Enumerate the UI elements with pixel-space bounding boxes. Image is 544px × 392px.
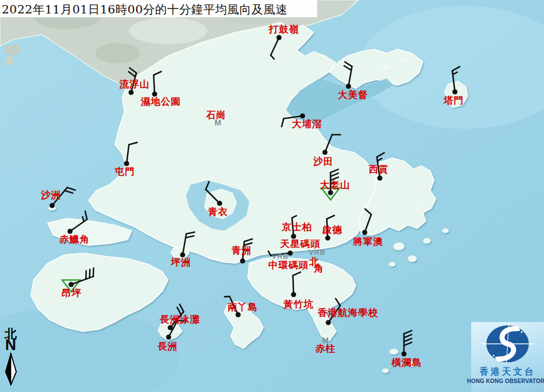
wind-barb-tick	[86, 270, 86, 279]
wind-barb-tick	[404, 342, 412, 346]
station-waglan-island	[401, 330, 412, 356]
station-tsing-yi	[206, 181, 222, 206]
wind-barb-tick	[282, 119, 284, 127]
wind-barb-tick	[129, 72, 136, 77]
station-dot	[346, 83, 351, 88]
station-label-shek-kong: 石崗	[206, 110, 226, 120]
station-dot	[362, 230, 367, 235]
wind-barb-tick	[453, 72, 457, 74]
station-label-tates-cairn: 大老山	[320, 180, 350, 190]
station-label-lamma-island: 南丫島	[227, 302, 258, 312]
station-tai-mei-tuk	[344, 62, 352, 89]
station-dot	[326, 320, 331, 325]
wind-barb-tick	[327, 216, 334, 219]
station-dot	[128, 90, 133, 95]
station-dot	[328, 190, 333, 195]
map-title: 2022年11月01日16時00分的十分鐘平均風向及風速	[0, 0, 317, 17]
wind-barb-tick	[129, 142, 137, 144]
wind-barb-tick	[404, 338, 412, 342]
wind-barb-tick	[180, 304, 184, 311]
station-label-kings-park: 京士柏	[282, 222, 312, 232]
station-peng-chau	[180, 232, 194, 257]
station-label-central-pier: 中環碼頭	[268, 260, 309, 270]
wind-barb-tick	[244, 239, 252, 241]
station-label-tseung-kwan-o: 將軍澳	[353, 237, 383, 247]
station-label-sha-tin: 沙田	[313, 157, 333, 167]
station-label-north-point: 角	[314, 262, 323, 275]
station-tap-mun	[452, 67, 459, 95]
station-label-hk-sea-school: 香港航海學校	[318, 308, 378, 318]
station-tuen-mun	[124, 142, 137, 166]
wind-barb-tick	[365, 209, 371, 214]
station-wetland-park	[152, 72, 161, 97]
station-wong-chuk-hang	[291, 272, 300, 297]
station-label-tsing-yi: 青衣	[208, 207, 228, 217]
wind-barb-shaft	[365, 214, 371, 232]
station-label-star-ferry-pier: 天星碼頭	[280, 239, 320, 249]
wind-barb-tick	[187, 232, 195, 234]
hko-logo-box: 香港天文台 HONG KONG OBSERVATORY	[471, 322, 544, 392]
wind-barb-tick	[378, 158, 382, 161]
station-label-kai-tak: 啟德	[322, 225, 342, 235]
wind-barb-shaft	[70, 220, 87, 231]
station-dot	[291, 292, 296, 297]
wind-barb-tick	[271, 55, 274, 59]
wind-barb-tick	[292, 216, 296, 218]
station-label-cheung-chau: 長洲	[157, 342, 178, 352]
wind-barb-tick	[129, 68, 136, 73]
station-label-waglan-island: 橫瀾島	[392, 358, 422, 368]
station-label-stanley: 赤柱	[315, 344, 336, 354]
station-dot	[325, 235, 330, 240]
wind-barb-tick	[85, 211, 87, 220]
station-dot	[401, 351, 406, 356]
station-label-green-island: 青洲	[231, 246, 252, 256]
station-label-chek-lap-kok: 赤鱲角	[59, 235, 90, 245]
station-dot	[166, 334, 171, 339]
wind-barb-tick	[67, 188, 75, 190]
wind-barb-tick	[377, 153, 384, 157]
north-compass: 北 N	[1, 328, 21, 386]
station-label-cheung-chau-beach: 長洲泳灘	[160, 315, 200, 325]
station-label-tai-mei-tuk: 大美督	[338, 90, 368, 100]
wind-barb-tick	[452, 67, 459, 71]
wind-barb-shaft	[293, 276, 294, 295]
compass-label-n: N	[1, 339, 21, 352]
wind-barb-tick	[404, 334, 412, 338]
wind-barb-tick	[154, 72, 161, 75]
station-chek-lap-kok	[67, 211, 87, 234]
station-label-ngong-ping: 昂坪	[62, 288, 82, 298]
station-dot	[217, 200, 222, 206]
title-strip: 2022年11月01日16時00分的十分鐘平均風向及風速	[0, 0, 317, 17]
station-ta-kwu-ling	[271, 35, 281, 59]
wind-map-canvas: 2022年11月01日16時00分的十分鐘平均風向及風速 北 N 香港天文台 H…	[0, 0, 544, 392]
hko-logo-icon	[477, 322, 538, 366]
station-label-tuen-mun: 屯門	[115, 167, 135, 177]
wind-barb-tick	[293, 272, 301, 276]
station-label-lau-fau-shan: 流浮山	[119, 80, 150, 90]
station-dot	[49, 203, 54, 208]
wind-barb-layer	[0, 0, 544, 392]
wind-barb-shaft	[325, 134, 332, 152]
wind-barb-tick	[93, 268, 94, 277]
station-tseung-kwan-o	[362, 209, 371, 235]
wind-barb-tick	[331, 169, 338, 172]
wind-barb-tick	[344, 66, 351, 70]
station-dot	[377, 175, 382, 180]
station-label-ta-kwu-ling: 打鼓嶺	[269, 25, 299, 35]
station-dot	[322, 150, 327, 155]
station-dot	[452, 89, 457, 94]
wind-barb-shaft	[127, 144, 129, 164]
wind-barb-tick	[185, 236, 194, 237]
station-dot	[235, 312, 240, 317]
wind-barb-tick	[268, 251, 271, 255]
wind-barb-tick	[336, 298, 340, 306]
wind-barb-tick	[331, 173, 338, 176]
station-label-sha-chau: 沙洲	[41, 190, 61, 200]
wind-barb-shaft	[206, 189, 220, 203]
station-dot	[276, 35, 281, 40]
wind-barb-shaft	[271, 38, 279, 55]
hko-logo-name-zh: 香港天文台	[480, 366, 536, 378]
station-label-wong-chuk-hang: 黃竹坑	[283, 300, 314, 310]
station-dot	[240, 258, 245, 263]
wind-barb-tick	[404, 330, 412, 334]
